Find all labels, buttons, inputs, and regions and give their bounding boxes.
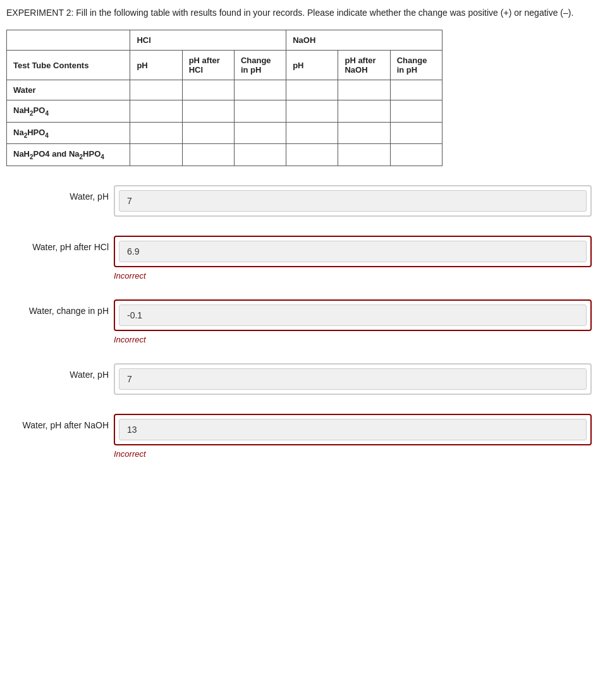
input-water-ph[interactable] — [119, 190, 587, 212]
form-label-water-change-ph: Water, change in pH — [6, 299, 114, 316]
form-input-wrap-water-ph-hcl: Incorrect — [114, 236, 592, 281]
row-both-ph2 — [286, 144, 338, 166]
form-section: Water, pH Water, pH after HCl Incorrect … — [6, 185, 592, 459]
col-header-ph-after-naoh: pH after NaOH — [338, 51, 390, 80]
row-nah2po4-ph-hcl — [182, 100, 234, 123]
col-header-ph-after-hcl: pH after HCl — [182, 51, 234, 80]
row-na2hpo4-ph — [130, 122, 182, 144]
row-both-ph-hcl — [182, 144, 234, 166]
row-na2hpo4-ph2 — [286, 122, 338, 144]
col-header-change-ph-hcl: Change in pH — [234, 51, 286, 80]
form-row-water-change-ph: Water, change in pH Incorrect — [6, 299, 592, 344]
input-outer-water-ph-2 — [114, 363, 592, 395]
form-input-wrap-water-ph — [114, 185, 592, 217]
form-input-wrap-water-ph-naoh: Incorrect — [114, 414, 592, 459]
row-na2hpo4-change-hcl — [234, 122, 286, 144]
row-label-nah2po4: NaH2PO4 — [7, 100, 130, 123]
incorrect-label-water-change-ph: Incorrect — [114, 335, 592, 344]
input-water-change-ph[interactable] — [119, 305, 587, 326]
table-naoh-header: NaOH — [286, 30, 442, 51]
row-water-change-hcl — [234, 80, 286, 100]
row-label-water: Water — [7, 80, 130, 100]
row-both-change-hcl — [234, 144, 286, 166]
input-water-ph-naoh[interactable] — [119, 419, 587, 440]
row-label-na2hpo4: Na2HPO4 — [7, 122, 130, 144]
form-row-water-ph: Water, pH — [6, 185, 592, 217]
table-row-na2hpo4: Na2HPO4 — [7, 122, 442, 144]
table-hcl-header: HCl — [130, 30, 286, 51]
form-row-water-ph-naoh: Water, pH after NaOH Incorrect — [6, 414, 592, 459]
input-outer-water-change-ph — [114, 299, 592, 331]
row-label-both: NaH2PO4 and Na2HPO4 — [7, 144, 130, 166]
row-water-ph2 — [286, 80, 338, 100]
table-top-header-row: HCl NaOH — [7, 30, 442, 51]
row-na2hpo4-ph-naoh — [338, 122, 390, 144]
form-input-wrap-water-ph-2 — [114, 363, 592, 395]
row-nah2po4-change-hcl — [234, 100, 286, 123]
row-water-ph-hcl — [182, 80, 234, 100]
form-label-water-ph: Water, pH — [6, 185, 114, 202]
form-row-water-ph-2: Water, pH — [6, 363, 592, 395]
table-row-water: Water — [7, 80, 442, 100]
table-row-nah2po4: NaH2PO4 — [7, 100, 442, 123]
table-corner-cell — [7, 30, 130, 51]
row-nah2po4-change-naoh — [390, 100, 442, 123]
input-outer-water-ph-hcl — [114, 236, 592, 267]
col-header-ph1: pH — [130, 51, 182, 80]
row-both-change-naoh — [390, 144, 442, 166]
input-water-ph-hcl[interactable] — [119, 241, 587, 262]
row-water-ph — [130, 80, 182, 100]
row-nah2po4-ph-naoh — [338, 100, 390, 123]
form-label-water-ph-naoh: Water, pH after NaOH — [6, 414, 114, 430]
experiment-table: HCl NaOH Test Tube Contents pH pH after … — [6, 30, 442, 166]
row-both-ph — [130, 144, 182, 166]
input-outer-water-ph — [114, 185, 592, 217]
table-col-header-row: Test Tube Contents pH pH after HCl Chang… — [7, 51, 442, 80]
incorrect-label-water-ph-hcl: Incorrect — [114, 271, 592, 281]
row-na2hpo4-ph-hcl — [182, 122, 234, 144]
form-label-water-ph-2: Water, pH — [6, 363, 114, 380]
input-water-ph-2[interactable] — [119, 368, 587, 390]
col-header-change-ph-naoh: Change in pH — [390, 51, 442, 80]
row-nah2po4-ph2 — [286, 100, 338, 123]
col-header-ph2: pH — [286, 51, 338, 80]
row-water-change-naoh — [390, 80, 442, 100]
row-nah2po4-ph — [130, 100, 182, 123]
form-input-wrap-water-change-ph: Incorrect — [114, 299, 592, 344]
col-header-contents: Test Tube Contents — [7, 51, 130, 80]
form-label-water-ph-hcl: Water, pH after HCl — [6, 236, 114, 252]
incorrect-label-water-ph-naoh: Incorrect — [114, 449, 592, 459]
table-row-both: NaH2PO4 and Na2HPO4 — [7, 144, 442, 166]
row-water-ph-naoh — [338, 80, 390, 100]
row-na2hpo4-change-naoh — [390, 122, 442, 144]
input-outer-water-ph-naoh — [114, 414, 592, 445]
experiment-instructions: EXPERIMENT 2: Fill in the following tabl… — [6, 6, 592, 20]
form-row-water-ph-hcl: Water, pH after HCl Incorrect — [6, 236, 592, 281]
row-both-ph-naoh — [338, 144, 390, 166]
